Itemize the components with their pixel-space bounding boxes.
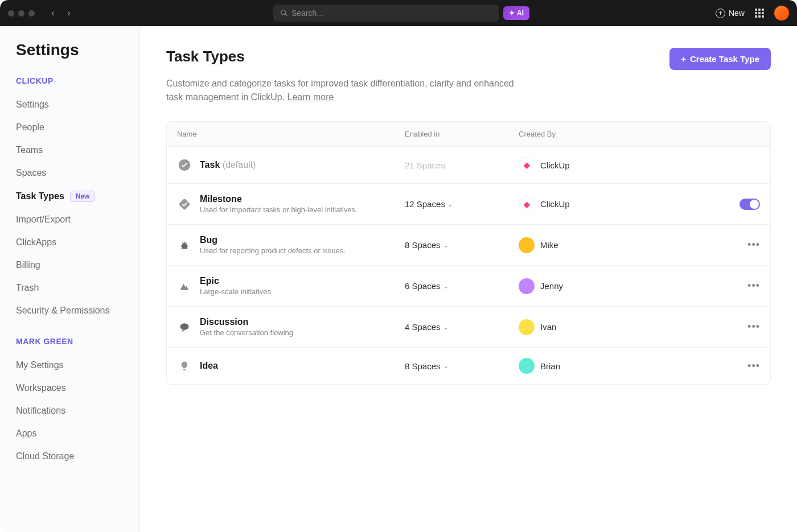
avatar	[519, 358, 535, 374]
sidebar-item-people[interactable]: People	[16, 116, 124, 139]
task-type-desc: Used for reporting product defects or is…	[200, 246, 346, 255]
enable-toggle[interactable]	[740, 199, 760, 210]
table-row: Epic Large-scale initiatives 6 Spaces ⌄ …	[167, 265, 770, 306]
chat-icon	[177, 320, 192, 335]
sidebar-item-billing[interactable]: Billing	[16, 254, 124, 277]
creator: ◆ ClickUp	[519, 157, 644, 173]
max-dot[interactable]	[28, 10, 35, 17]
plus-icon: +	[681, 54, 686, 64]
sidebar-item-teams[interactable]: Teams	[16, 139, 124, 162]
clickup-logo-icon: ◆	[519, 157, 535, 173]
main-content: Task Types + Create Task Type Customize …	[140, 26, 797, 532]
clickup-logo-icon: ◆	[519, 196, 535, 212]
sidebar-item-clickapps[interactable]: ClickApps	[16, 231, 124, 254]
chevron-down-icon: ⌄	[443, 323, 449, 331]
sidebar-item-trash[interactable]: Trash	[16, 277, 124, 299]
more-actions-button[interactable]: •••	[747, 239, 760, 250]
creator: Mike	[519, 237, 644, 253]
sidebar-item-my-settings[interactable]: My Settings	[16, 354, 124, 377]
sidebar-section-user: MARK GREEN	[16, 337, 124, 346]
enabled-dropdown[interactable]: 8 Spaces ⌄	[405, 240, 519, 250]
sidebar-item-spaces[interactable]: Spaces	[16, 162, 124, 184]
sidebar-item-import-export[interactable]: Import/Export	[16, 208, 124, 231]
sidebar-item-apps[interactable]: Apps	[16, 422, 124, 445]
sidebar-item-notifications[interactable]: Notifications	[16, 399, 124, 422]
svg-point-3	[180, 323, 189, 330]
topbar: ‹ › Search... ✦ AI + New	[0, 0, 797, 26]
user-avatar[interactable]	[774, 6, 789, 20]
sidebar-item-settings[interactable]: Settings	[16, 93, 124, 116]
close-dot[interactable]	[8, 10, 14, 17]
chevron-down-icon: ⌄	[447, 200, 453, 208]
chevron-down-icon: ⌄	[443, 362, 449, 370]
svg-rect-1	[179, 198, 191, 210]
nav-arrows: ‹ ›	[46, 8, 76, 18]
new-button[interactable]: + New	[716, 9, 745, 18]
page-title: Task Types	[166, 48, 245, 65]
task-type-desc: Used for Important tasks or high-level i…	[200, 205, 358, 214]
sidebar-title: Settings	[16, 41, 124, 59]
enabled-dropdown[interactable]: 4 Spaces ⌄	[405, 322, 519, 332]
avatar	[519, 278, 535, 294]
forward-button[interactable]: ›	[62, 8, 76, 18]
lightbulb-icon	[177, 358, 192, 373]
apps-grid-icon[interactable]	[755, 9, 764, 18]
table-row: Task (default) 21 Spaces ◆ ClickUp	[167, 146, 770, 183]
col-header-created: Created By	[519, 130, 644, 138]
task-type-name: Epic	[200, 276, 271, 286]
chevron-down-icon: ⌄	[443, 241, 449, 249]
mountain-icon	[177, 279, 192, 294]
more-actions-button[interactable]: •••	[747, 321, 760, 332]
sidebar-item-label: Task Types	[16, 191, 64, 201]
search-input[interactable]: Search...	[273, 5, 499, 22]
search-placeholder: Search...	[291, 9, 323, 18]
creator: ◆ ClickUp	[519, 196, 644, 212]
create-label: Create Task Type	[690, 54, 759, 64]
table-header: Name Enabled in Created By	[167, 122, 770, 146]
enabled-dropdown[interactable]: 8 Spaces ⌄	[405, 361, 519, 371]
back-button[interactable]: ‹	[46, 8, 60, 18]
create-task-type-button[interactable]: + Create Task Type	[669, 48, 771, 70]
page-subtitle: Customize and categorize tasks for impro…	[166, 77, 531, 104]
diamond-check-icon	[177, 197, 192, 212]
sidebar-item-task-types[interactable]: Task Types New	[16, 184, 124, 208]
col-header-name: Name	[177, 130, 405, 138]
task-type-desc: Large-scale initiatives	[200, 287, 271, 296]
creator: Jenny	[519, 278, 644, 294]
enabled-count: 21 Spaces	[405, 160, 519, 170]
bug-icon	[177, 238, 192, 253]
sidebar: Settings CLICKUP Settings People Teams S…	[0, 26, 140, 532]
task-type-name: Discussion	[200, 317, 293, 327]
learn-more-link[interactable]: Learn more	[287, 92, 334, 102]
sidebar-section-clickup: CLICKUP	[16, 76, 124, 85]
creator: Brian	[519, 358, 644, 374]
table-row: Milestone Used for Important tasks or hi…	[167, 183, 770, 224]
ai-sparkle-icon: ✦	[509, 9, 515, 17]
more-actions-button[interactable]: •••	[747, 360, 760, 372]
task-type-desc: Get the conversation flowing	[200, 328, 293, 337]
min-dot[interactable]	[18, 10, 24, 17]
task-type-name: Task (default)	[200, 160, 256, 170]
task-types-table: Name Enabled in Created By Task (default…	[166, 121, 771, 385]
task-type-name: Milestone	[200, 194, 358, 204]
enabled-dropdown[interactable]: 12 Spaces ⌄	[405, 199, 519, 209]
check-circle-icon	[177, 158, 192, 172]
search-icon	[280, 9, 288, 17]
task-type-name: Idea	[200, 361, 218, 371]
table-row: Bug Used for reporting product defects o…	[167, 224, 770, 265]
ai-label: AI	[517, 9, 524, 17]
table-row: Idea 8 Spaces ⌄ Brian •••	[167, 347, 770, 384]
chevron-down-icon: ⌄	[443, 282, 449, 290]
new-label: New	[729, 9, 745, 18]
ai-button[interactable]: ✦ AI	[503, 6, 529, 20]
more-actions-button[interactable]: •••	[747, 280, 760, 291]
task-type-name: Bug	[200, 235, 346, 245]
sidebar-item-cloud-storage[interactable]: Cloud Storage	[16, 445, 124, 468]
plus-circle-icon: +	[716, 9, 725, 18]
col-header-enabled: Enabled in	[405, 130, 519, 138]
sidebar-item-security[interactable]: Security & Permissions	[16, 299, 124, 322]
table-row: Discussion Get the conversation flowing …	[167, 306, 770, 347]
avatar	[519, 319, 535, 335]
enabled-dropdown[interactable]: 6 Spaces ⌄	[405, 281, 519, 291]
sidebar-item-workspaces[interactable]: Workspaces	[16, 377, 124, 399]
